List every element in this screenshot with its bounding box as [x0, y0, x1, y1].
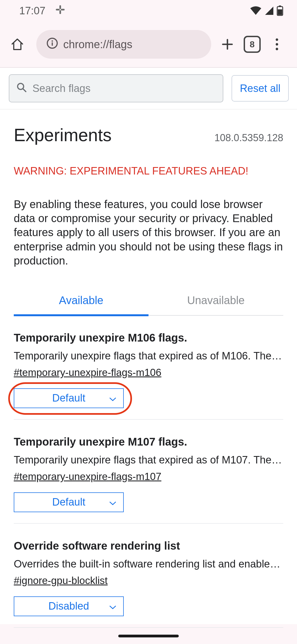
- info-icon[interactable]: [46, 37, 58, 52]
- gesture-nav-bar[interactable]: [118, 635, 179, 637]
- svg-rect-6: [278, 9, 282, 15]
- warning-heading: WARNING: EXPERIMENTAL FEATURES AHEAD!: [14, 165, 283, 177]
- wifi-icon: [250, 6, 262, 15]
- flag-title: Temporarily unexpire M106 flags.: [14, 332, 283, 344]
- tab-available[interactable]: Available: [14, 294, 148, 316]
- svg-rect-0: [56, 9, 60, 10]
- flag-anchor-link[interactable]: #ignore-gpu-blocklist: [14, 575, 283, 586]
- flag-select[interactable]: Default: [14, 388, 124, 408]
- flag-select[interactable]: Disabled: [14, 596, 124, 616]
- search-icon: [16, 82, 27, 95]
- flag-select-value: Default: [52, 496, 85, 508]
- battery-icon: [277, 6, 283, 16]
- more-menu-button[interactable]: [267, 35, 287, 54]
- tab-switcher-button[interactable]: 8: [244, 36, 261, 53]
- reset-all-button[interactable]: Reset all: [232, 75, 289, 102]
- tabs: Available Unavailable: [14, 294, 283, 316]
- url-bar[interactable]: chrome://flags: [36, 30, 211, 59]
- status-bar: 17:07: [0, 0, 297, 21]
- status-time: 17:07: [19, 5, 45, 17]
- signal-icon: [265, 6, 274, 15]
- browser-toolbar: chrome://flags 8: [0, 21, 297, 68]
- page-content: Search flags Reset all Experiments 108.0…: [0, 68, 297, 624]
- tab-count: 8: [250, 39, 255, 50]
- svg-line-14: [23, 89, 26, 92]
- chevron-down-icon: [109, 392, 117, 404]
- home-button[interactable]: [5, 32, 30, 57]
- svg-rect-1: [61, 9, 65, 10]
- slack-icon: [55, 4, 66, 18]
- flag-title: Override software rendering list: [14, 540, 283, 552]
- svg-point-11: [276, 43, 278, 46]
- flag-item: Temporarily unexpire M106 flags. Tempora…: [14, 316, 283, 420]
- svg-rect-3: [59, 10, 61, 14]
- version-text: 108.0.5359.128: [215, 132, 283, 144]
- new-tab-button[interactable]: [218, 35, 237, 54]
- chevron-down-icon: [109, 496, 117, 508]
- flag-item: Temporarily unexpire M107 flags. Tempora…: [14, 420, 283, 524]
- flag-description: Overrides the built-in software renderin…: [14, 558, 283, 570]
- chevron-down-icon: [109, 600, 117, 612]
- search-input[interactable]: Search flags: [9, 74, 223, 102]
- warning-body: By enabling these features, you could lo…: [14, 197, 283, 268]
- flag-item: Override software rendering list Overrid…: [14, 524, 283, 628]
- flag-title: Temporarily unexpire M107 flags.: [14, 436, 283, 448]
- svg-point-10: [276, 39, 278, 41]
- flag-select[interactable]: Default: [14, 492, 124, 512]
- svg-rect-2: [59, 5, 61, 9]
- url-text: chrome://flags: [63, 38, 132, 51]
- flag-anchor-link[interactable]: #temporary-unexpire-flags-m107: [14, 471, 283, 482]
- flag-description: Temporarily unexpire flags that expired …: [14, 350, 283, 362]
- svg-point-8: [52, 40, 53, 42]
- search-placeholder: Search flags: [32, 83, 90, 94]
- svg-point-12: [276, 48, 278, 50]
- flag-description: Temporarily unexpire flags that expired …: [14, 454, 283, 466]
- flag-anchor-link[interactable]: #temporary-unexpire-flags-m106: [14, 367, 283, 378]
- tab-unavailable[interactable]: Unavailable: [148, 294, 283, 315]
- flag-select-value: Default: [52, 392, 85, 404]
- page-title: Experiments: [14, 125, 112, 145]
- svg-rect-9: [52, 42, 53, 46]
- flag-select-value: Disabled: [48, 600, 89, 612]
